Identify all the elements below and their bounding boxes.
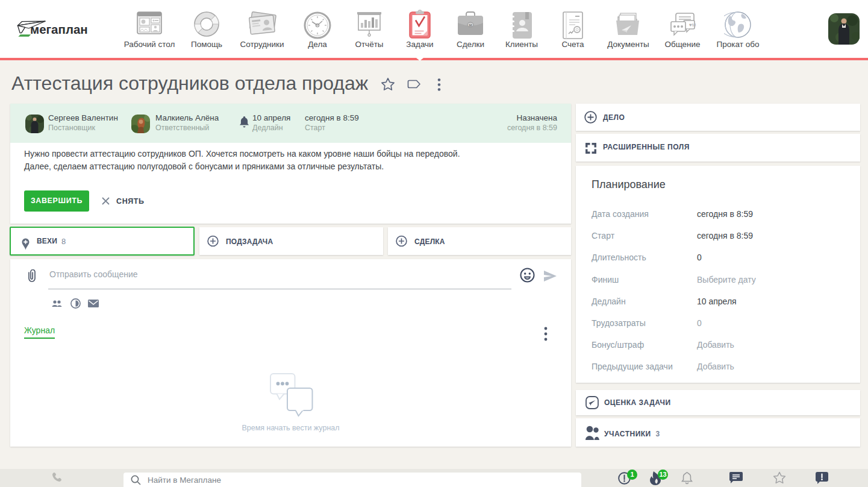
svg-text:M: M (469, 24, 472, 27)
svg-text:♥M: ♥M (689, 22, 696, 28)
svg-text:мегаплан: мегаплан (30, 22, 88, 36)
